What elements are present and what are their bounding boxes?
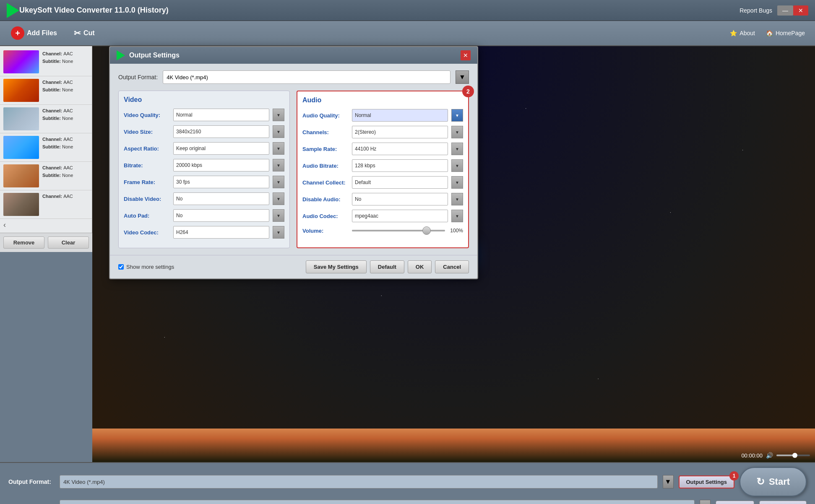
clear-button[interactable]: Clear	[48, 236, 89, 249]
audio-codec-input[interactable]	[352, 210, 448, 222]
audio-panel-title: Audio	[302, 96, 463, 104]
auto-pad-label: Auto Pad:	[124, 213, 170, 219]
disable-audio-input[interactable]	[352, 193, 448, 205]
list-item: Channel: AAC Subtitle: None	[0, 133, 92, 162]
output-settings-container: Output Settings 1	[679, 475, 735, 488]
volume-fill	[352, 230, 445, 231]
video-panel: Video Video Quality: ▼ Video Size: ▼ Asp…	[118, 91, 290, 248]
browse-button[interactable]: Browse...	[716, 501, 754, 504]
close-button[interactable]: ✕	[793, 5, 808, 16]
file-info: Channel: AAC Subtitle: None	[42, 164, 73, 179]
channel-collect-label: Channel Collect:	[302, 179, 349, 186]
frame-rate-dropdown[interactable]: ▼	[273, 176, 284, 188]
audio-codec-dropdown[interactable]: ▼	[451, 210, 463, 222]
volume-row: Volume: 100%	[302, 226, 463, 235]
disable-audio-label: Disable Audio:	[302, 196, 349, 203]
sample-rate-dropdown[interactable]: ▼	[451, 143, 463, 155]
show-more-label: Show more settings	[126, 264, 174, 270]
dialog-output-format-dropdown[interactable]: ▼	[456, 70, 469, 84]
frame-rate-input[interactable]	[173, 176, 269, 188]
video-codec-dropdown[interactable]: ▼	[273, 226, 284, 239]
file-list-actions: Remove Clear	[0, 233, 92, 252]
open-output-button[interactable]: Open Output	[759, 501, 807, 504]
output-settings-button[interactable]: Output Settings	[679, 475, 735, 488]
volume-thumb-handle[interactable]	[422, 226, 431, 235]
volume-track	[352, 230, 445, 231]
audio-quality-input[interactable]	[352, 109, 448, 122]
audio-quality-dropdown[interactable]: ▼	[451, 109, 463, 122]
channel-collect-input[interactable]	[352, 176, 448, 189]
output-format-dropdown-button[interactable]: ▼	[663, 475, 674, 488]
bottom-bar: Output Format: ▼ Output Settings 1 ↻ Sta…	[0, 462, 815, 504]
disable-video-input[interactable]	[173, 192, 269, 205]
show-more-checkbox[interactable]	[118, 264, 124, 270]
video-codec-input[interactable]	[173, 226, 269, 239]
aspect-ratio-dropdown[interactable]: ▼	[273, 142, 284, 155]
audio-bitrate-label: Audio Bitrate:	[302, 163, 349, 169]
minimize-button[interactable]: —	[777, 5, 793, 16]
preview-time: 00:00:00	[741, 452, 763, 459]
bitrate-input[interactable]	[173, 159, 269, 171]
scroll-left-icon[interactable]: ‹	[0, 219, 92, 231]
file-thumbnail	[3, 136, 39, 159]
output-settings-badge: 1	[729, 471, 739, 481]
ok-button[interactable]: OK	[408, 260, 432, 273]
video-size-input[interactable]	[173, 125, 269, 138]
dialog-body: Output Format: ▼ Video Video Quality: ▼ …	[110, 64, 477, 255]
cancel-button[interactable]: Cancel	[435, 260, 469, 273]
file-list-container: Channel: AAC Subtitle: None Channel: AAC…	[0, 46, 92, 462]
auto-pad-input[interactable]	[173, 209, 269, 222]
audio-quality-label: Audio Quality:	[302, 112, 349, 119]
aspect-ratio-input[interactable]	[173, 142, 269, 155]
channel-collect-dropdown[interactable]: ▼	[451, 176, 463, 189]
output-folder-input[interactable]	[60, 500, 695, 504]
preview-horizon	[92, 429, 815, 462]
audio-bitrate-input[interactable]	[352, 159, 448, 172]
video-quality-row: Video Quality: ▼	[124, 109, 284, 121]
volume-bar[interactable]	[776, 455, 810, 456]
file-info: Channel: AAC Subtitle: None	[42, 50, 73, 65]
start-button[interactable]: ↻ Start	[739, 467, 807, 496]
bitrate-dropdown[interactable]: ▼	[273, 159, 284, 171]
video-quality-input[interactable]	[173, 109, 269, 121]
add-files-button[interactable]: + Add Files	[7, 24, 61, 42]
file-list: Channel: AAC Subtitle: None Channel: AAC…	[0, 46, 92, 233]
channels-dropdown[interactable]: ▼	[451, 126, 463, 138]
aspect-ratio-label: Aspect Ratio:	[124, 145, 170, 152]
dialog-close-button[interactable]: ✕	[461, 50, 471, 60]
video-quality-label: Video Quality:	[124, 112, 170, 118]
homepage-button[interactable]: 🏠 HomePage	[763, 28, 808, 38]
channels-input[interactable]	[352, 126, 448, 138]
bitrate-label: Bitrate:	[124, 162, 170, 169]
audio-codec-label: Audio Codec:	[302, 213, 349, 219]
disable-video-row: Disable Video: ▼	[124, 192, 284, 205]
volume-slider[interactable]	[352, 226, 445, 235]
video-size-dropdown[interactable]: ▼	[273, 125, 284, 138]
video-quality-dropdown[interactable]: ▼	[273, 109, 284, 121]
disable-video-dropdown[interactable]: ▼	[273, 192, 284, 205]
disable-audio-dropdown[interactable]: ▼	[451, 193, 463, 205]
output-folder-dropdown-button[interactable]: ▼	[700, 500, 711, 504]
sample-rate-row: Sample Rate: ▼	[302, 143, 463, 155]
volume-icon: 🔊	[766, 452, 773, 459]
file-thumbnail	[3, 79, 39, 102]
report-bugs-button[interactable]: Report Bugs	[739, 7, 772, 14]
remove-button[interactable]: Remove	[3, 236, 44, 249]
save-settings-button[interactable]: Save My Settings	[306, 260, 367, 273]
auto-pad-dropdown[interactable]: ▼	[273, 209, 284, 222]
sample-rate-input[interactable]	[352, 143, 448, 155]
audio-bitrate-dropdown[interactable]: ▼	[451, 159, 463, 172]
dialog-title: Output Settings	[129, 52, 456, 59]
dialog-output-format-label: Output Format:	[118, 74, 158, 81]
list-item: Channel: AAC Subtitle: None	[0, 76, 92, 105]
volume-label: Volume:	[302, 228, 349, 234]
output-format-input[interactable]	[60, 475, 658, 488]
list-item: Channel: AAC	[0, 190, 92, 219]
about-button[interactable]: ⭐ About	[726, 28, 758, 38]
cut-button[interactable]: ✂ Cut	[70, 26, 99, 41]
dialog-output-format-input[interactable]	[163, 70, 450, 84]
frame-rate-label: Frame Rate:	[124, 179, 170, 185]
default-button[interactable]: Default	[370, 260, 404, 273]
auto-pad-row: Auto Pad: ▼	[124, 209, 284, 222]
volume-thumb[interactable]	[792, 453, 797, 458]
